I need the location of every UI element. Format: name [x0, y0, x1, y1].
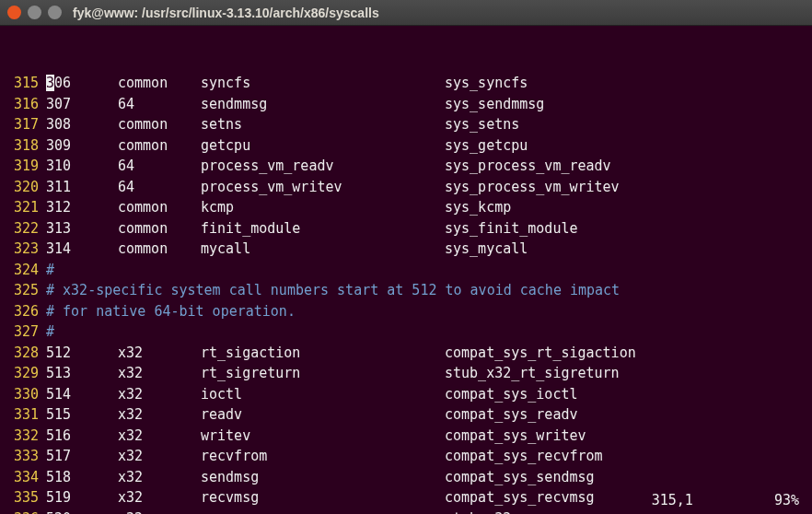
- line-content: 308commonsetnssys_setns: [41, 114, 812, 135]
- line-number: 325: [0, 280, 41, 301]
- code-line: 327#: [0, 321, 812, 343]
- line-number: 321: [0, 197, 41, 218]
- line-content: 313commonfinit_modulesys_finit_module: [41, 218, 812, 239]
- line-content: 512x32rt_sigactioncompat_sys_rt_sigactio…: [41, 343, 812, 364]
- cursor-position: 315,1: [652, 492, 693, 508]
- line-content: 516x32writevcompat_sys_writev: [41, 426, 812, 447]
- maximize-icon[interactable]: [48, 6, 62, 19]
- code-line: 330514x32ioctlcompat_sys_ioctl: [0, 384, 812, 405]
- line-number: 330: [0, 384, 41, 405]
- line-content: 31064process_vm_readvsys_process_vm_read…: [41, 156, 812, 177]
- window-title: fyk@www: /usr/src/linux-3.13.10/arch/x86…: [73, 6, 379, 20]
- code-line: 336520x32execvestub_x32_execve: [0, 508, 812, 515]
- code-line: 322313commonfinit_modulesys_finit_module: [0, 218, 812, 239]
- line-content: 306commonsyncfssys_syncfs: [41, 73, 812, 94]
- code-line: 323314commonmycallsys_mycall: [0, 239, 812, 260]
- line-content: 31164process_vm_writevsys_process_vm_wri…: [41, 177, 812, 198]
- cursor: 3: [46, 75, 54, 91]
- code-line: 325# x32-specific system call numbers st…: [0, 280, 812, 301]
- line-content: 520x32execvestub_x32_execve: [41, 508, 812, 515]
- line-number: 333: [0, 446, 41, 467]
- line-number: 317: [0, 114, 41, 135]
- code-line: 321312commonkcmpsys_kcmp: [0, 197, 812, 218]
- line-content: 514x32ioctlcompat_sys_ioctl: [41, 384, 812, 405]
- code-line: 329513x32rt_sigreturnstub_x32_rt_sigretu…: [0, 363, 812, 384]
- line-number: 324: [0, 260, 41, 281]
- line-number: 319: [0, 156, 41, 177]
- line-number: 316: [0, 94, 41, 115]
- line-number: 332: [0, 426, 41, 447]
- line-number: 320: [0, 177, 41, 198]
- line-content: 314commonmycallsys_mycall: [41, 239, 812, 260]
- code-line: 315306commonsyncfssys_syncfs: [0, 73, 812, 94]
- terminal-viewport[interactable]: 315306commonsyncfssys_syncfs31630764send…: [0, 26, 812, 514]
- line-content: 517x32recvfromcompat_sys_recvfrom: [41, 446, 812, 467]
- line-number: 327: [0, 321, 41, 343]
- line-number: 334: [0, 467, 41, 488]
- code-line: 31630764sendmmsgsys_sendmmsg: [0, 94, 812, 115]
- line-number: 322: [0, 218, 41, 239]
- line-number: 326: [0, 301, 41, 322]
- comment-text: #: [41, 321, 812, 343]
- line-number: 315: [0, 73, 41, 94]
- line-content: 312commonkcmpsys_kcmp: [41, 197, 812, 218]
- code-line: 334518x32sendmsgcompat_sys_sendmsg: [0, 467, 812, 488]
- line-number: 328: [0, 343, 41, 364]
- comment-text: # x32-specific system call numbers start…: [41, 280, 812, 301]
- comment-text: #: [41, 260, 812, 281]
- line-number: 323: [0, 239, 41, 260]
- code-line: 318309commongetcpusys_getcpu: [0, 135, 812, 157]
- line-content: 518x32sendmsgcompat_sys_sendmsg: [41, 467, 812, 488]
- line-content: 513x32rt_sigreturnstub_x32_rt_sigreturn: [41, 363, 812, 384]
- window-titlebar: fyk@www: /usr/src/linux-3.13.10/arch/x86…: [0, 0, 812, 26]
- code-line: 31931064process_vm_readvsys_process_vm_r…: [0, 156, 812, 177]
- scroll-percent: 93%: [774, 492, 799, 508]
- vim-status-line: 315,193%: [0, 492, 812, 508]
- line-content: 309commongetcpusys_getcpu: [41, 135, 812, 157]
- code-line: 328512x32rt_sigactioncompat_sys_rt_sigac…: [0, 343, 812, 364]
- line-number: 329: [0, 363, 41, 384]
- line-number: 336: [0, 508, 41, 515]
- code-line: 32031164process_vm_writevsys_process_vm_…: [0, 177, 812, 198]
- code-line: 333517x32recvfromcompat_sys_recvfrom: [0, 446, 812, 467]
- minimize-icon[interactable]: [28, 6, 41, 19]
- code-line: 332516x32writevcompat_sys_writev: [0, 426, 812, 447]
- line-content: 515x32readvcompat_sys_readv: [41, 404, 812, 426]
- comment-text: # for native 64-bit operation.: [41, 301, 812, 322]
- code-line: 331515x32readvcompat_sys_readv: [0, 404, 812, 426]
- window-controls: [7, 6, 62, 19]
- line-number: 331: [0, 404, 41, 426]
- close-icon[interactable]: [7, 6, 21, 19]
- line-content: 30764sendmmsgsys_sendmmsg: [41, 94, 812, 115]
- code-line: 326# for native 64-bit operation.: [0, 301, 812, 322]
- code-line: 317308commonsetnssys_setns: [0, 114, 812, 135]
- code-line: 324#: [0, 260, 812, 281]
- line-number: 318: [0, 135, 41, 157]
